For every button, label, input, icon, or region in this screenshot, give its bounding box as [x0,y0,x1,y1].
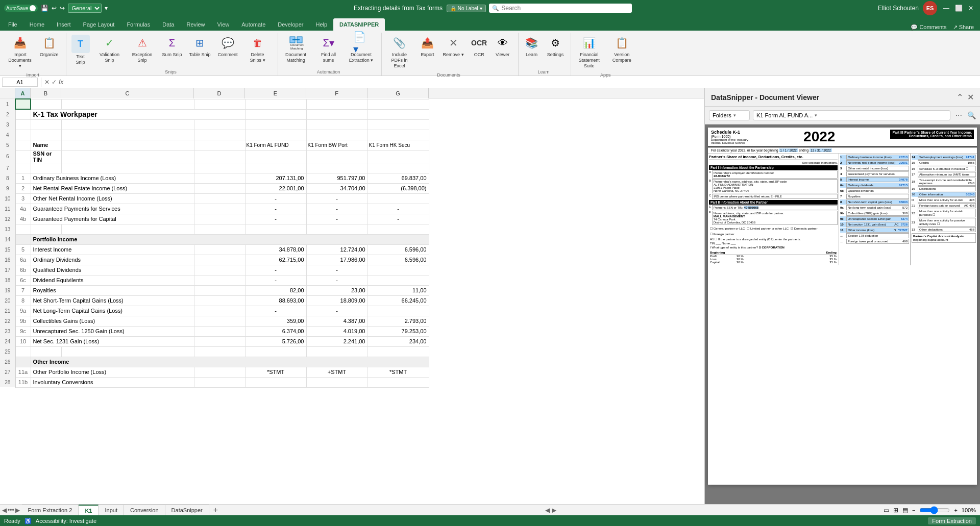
sheet-nav-next[interactable]: ▶ [15,507,20,514]
row-num: 20 [0,295,15,306]
sheet-tab-form-extraction-2[interactable]: Form Extraction 2 [22,505,79,515]
cell-a2[interactable] [15,109,31,119]
cell-a1[interactable] [15,99,31,109]
field-19-row: 19 Distributions [912,186,976,191]
organize-button[interactable]: 📋 Organize [37,33,62,60]
sum-snip-button[interactable]: Σ Sum Snip [159,33,185,60]
search-input[interactable] [489,4,632,13]
cell-e1[interactable] [245,99,306,109]
tab-file[interactable]: File [2,18,23,31]
cell-d1[interactable] [194,99,245,109]
comment-button[interactable]: 💬 Comment [215,33,241,60]
zoom-slider[interactable] [919,506,950,514]
tab-help[interactable]: Help [309,18,333,31]
cell-reference-input[interactable] [2,78,38,87]
sheet-nav-prev[interactable]: ◀ [2,507,7,514]
financial-suite-button[interactable]: 📊 Financial Statement Suite [573,33,605,70]
sheet-tab-datasnipper[interactable]: DataSnipper [165,505,209,515]
import-docs-button[interactable]: 📥 Import Documents ▾ [4,33,36,70]
scroll-left-btn[interactable]: ◀ [545,507,550,514]
table-row: 17 6b Qualified Dividends - - [0,265,429,275]
ds-folders-dropdown[interactable]: Folders ▾ [709,110,750,120]
cell-b2[interactable]: K-1 Tax Workpaper [31,109,245,119]
formula-input[interactable] [65,78,978,86]
undo-icon[interactable]: ↩ [52,5,57,12]
col-header-g[interactable]: G [368,88,429,98]
col-header-d[interactable]: D [194,88,245,98]
cell-g1[interactable] [368,99,429,109]
tab-review[interactable]: Review [180,18,211,31]
learn-button[interactable]: 📚 Learn [521,33,543,60]
sheet-add-button[interactable]: + [209,505,222,515]
tab-automate[interactable]: Automate [235,18,272,31]
table-row: 19 7 Royalties 82,00 23,00 11,00 [0,285,429,295]
cell-b1[interactable] [31,99,61,109]
ds-collapse-button[interactable]: ⌃ [957,92,963,102]
viewer-button[interactable]: 👁 Viewer [492,33,514,60]
page-layout-btn[interactable]: ⊞ [893,507,898,514]
tab-insert[interactable]: Insert [51,18,77,31]
delete-snips-button[interactable]: 🗑 Delete Snips ▾ [242,33,274,65]
normal-view-btn[interactable]: ▭ [884,507,889,514]
settings-button[interactable]: ⚙ Settings [544,33,567,60]
ds-document-dropdown[interactable]: K1 Form AL FUND A... ▾ [753,110,950,120]
tab-developer[interactable]: Developer [272,18,309,31]
ds-search-button[interactable]: 🔍 [967,111,976,119]
col-header-c[interactable]: C [61,88,194,98]
field-21-row: D More than one activity for at-risk 498 [912,197,976,203]
ds-close-button[interactable]: ✕ [967,92,974,102]
zoom-out-btn[interactable]: − [912,507,915,513]
include-pdfs-button[interactable]: 📎 Include PDFs in Excel [384,33,415,70]
sheet-tab-k1[interactable]: K1 [79,505,99,515]
field-10: Net section 1231 gain (loss) 5726 AC [846,222,909,227]
col-header-b[interactable]: B [31,88,61,98]
style-dropdown[interactable]: General [68,4,102,13]
exception-snip-button[interactable]: ⚠ Exception Snip [127,33,158,65]
table-snip-button[interactable]: ⊞ Table Snip [186,33,214,60]
document-matching-button[interactable]: DocumentMatching Document Matching [280,33,312,65]
tab-home[interactable]: Home [23,18,51,31]
version-compare-button[interactable]: 📋 Version Compare [606,33,638,65]
form-extraction-label[interactable]: Form Extraction [928,517,976,524]
tab-view[interactable]: View [211,18,236,31]
tab-datasnipper[interactable]: DATASNIPPER [333,18,385,31]
ocr-button[interactable]: OCR OCR [468,33,491,60]
zoom-in-btn[interactable]: + [954,507,957,513]
col-header-a[interactable]: A [15,88,31,98]
formula-confirm-icon[interactable]: ✓ [52,79,57,86]
minimize-button[interactable]: — [941,3,951,13]
field-foreign: Foreign taxes paid or accrued 498 [846,239,909,244]
tab-page-layout[interactable]: Page Layout [77,18,121,31]
document-extraction-button[interactable]: 📄▾ Document Extraction ▾ [346,33,377,65]
user-avatar[interactable]: ES [923,1,937,15]
export-button[interactable]: 📤 Export [416,33,439,60]
redo-icon[interactable]: ↪ [60,5,65,12]
ds-more-button[interactable]: ··· [953,110,964,121]
no-label-badge[interactable]: 🔒 No Label ▾ [447,5,486,12]
comments-link[interactable]: 💬 Comments [911,24,946,31]
cell-f1[interactable] [306,99,368,109]
restore-button[interactable]: ⬜ [953,3,964,13]
capital-begin: 30 % [737,261,786,264]
tab-formulas[interactable]: Formulas [120,18,156,31]
close-button[interactable]: ✕ [966,3,976,13]
autosave-toggle[interactable]: AutoSave [4,5,38,12]
share-link[interactable]: ↗ Share [953,24,974,31]
formula-fx-icon[interactable]: fx [59,79,63,86]
tab-data[interactable]: Data [156,18,180,31]
cell-c1[interactable] [61,99,194,109]
sheet-nav-dots[interactable]: ••• [8,507,14,514]
scroll-right-btn[interactable]: ▶ [552,507,556,514]
page-break-btn[interactable]: ▤ [902,507,908,514]
validation-snip-button[interactable]: ✓ Validation Snip [94,33,126,65]
col-header-f[interactable]: F [306,88,368,98]
col-header-e[interactable]: E [245,88,306,98]
ds-k1-form[interactable]: Schedule K-1 (Form 1065) Department of t… [708,128,977,485]
find-all-sums-button[interactable]: Σ▾ Find all sums [313,33,345,65]
formula-cancel-icon[interactable]: ✕ [44,79,50,86]
sheet-tab-conversion[interactable]: Conversion [124,505,165,515]
sheet-tab-input[interactable]: Input [99,505,124,515]
text-snip-button[interactable]: T TextSnip [68,33,93,67]
remove-button[interactable]: ✕ Remove ▾ [440,33,467,60]
save-icon[interactable]: 💾 [41,5,48,12]
